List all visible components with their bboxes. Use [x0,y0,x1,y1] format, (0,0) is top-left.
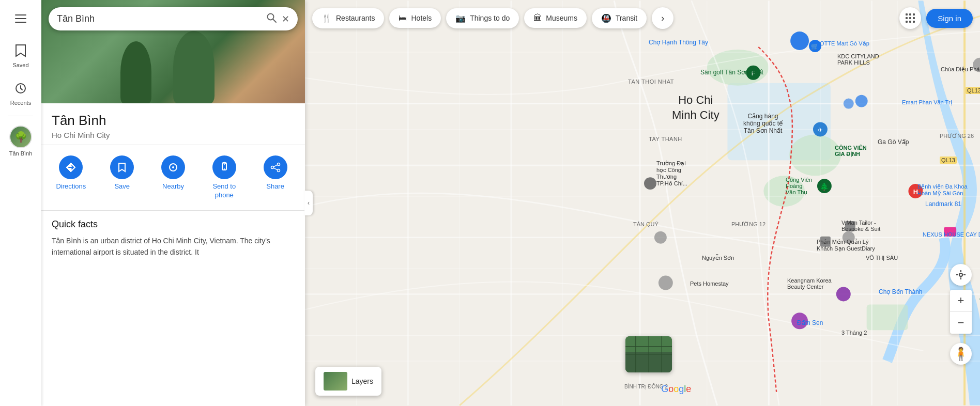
svg-rect-1 [15,18,26,19]
place-actions: Directions Save Nearby [41,145,305,211]
sidebar-divider [8,116,33,116]
save-button[interactable]: Save [98,152,147,194]
layers-button[interactable]: Layers [315,367,381,396]
restaurant-icon: 🍴 [321,13,332,23]
google-apps-button[interactable] [899,7,921,29]
svg-rect-71 [906,21,908,23]
layers-thumbnail [324,372,347,391]
save-label: Save [114,182,130,191]
svg-rect-2 [15,22,26,23]
search-icon[interactable] [266,12,277,25]
transit-pill[interactable]: 🚇 Transit [592,8,647,28]
svg-rect-73 [913,21,915,23]
search-bar: ✕ [49,7,298,30]
svg-line-5 [273,19,276,22]
pegman-icon: 🧍 [953,347,969,361]
svg-rect-72 [909,21,911,23]
transit-label: Transit [616,14,637,22]
place-info: Tân Bình Ho Chi Minh City [41,103,305,145]
zoom-out-button[interactable]: − [950,312,972,334]
svg-line-14 [273,168,277,170]
zoom-controls: + − [950,290,972,334]
quick-facts-section: Quick facts Tân Bình is an urban distric… [41,211,305,406]
svg-rect-67 [913,13,915,15]
recents-label: Recents [10,100,31,106]
nearby-icon [161,155,185,179]
svg-rect-0 [15,14,26,15]
save-icon [110,155,134,179]
topbar: 🍴 Restaurants 🛏 Hotels 📷 Things to do 🏛 … [312,7,973,29]
hotels-pill[interactable]: 🛏 Hotels [389,8,441,28]
sidebar-item-saved[interactable]: Saved [6,37,35,73]
things-to-do-icon: 📷 [455,13,466,23]
museums-icon: 🏛 [533,13,542,23]
quick-facts-text: Tân Bình is an urban district of Ho Chi … [52,235,295,258]
google-logo: Google [661,384,691,395]
apps-grid-icon [905,13,915,23]
museums-label: Museums [546,14,577,22]
map-thumbnail-card[interactable] [625,336,672,372]
pegman-button[interactable]: 🧍 [950,343,972,365]
svg-rect-65 [906,13,908,15]
restaurants-pill[interactable]: 🍴 Restaurants [312,8,384,28]
search-input[interactable] [57,13,261,24]
things-to-do-label: Things to do [470,14,510,22]
sidebar-item-recents[interactable]: Recents [6,75,35,111]
svg-point-74 [959,273,962,276]
svg-point-7 [172,166,174,168]
recents-icon [11,79,30,98]
svg-point-12 [277,169,280,172]
place-title: Tân Bình [52,113,295,129]
zoom-in-icon: + [958,294,964,307]
directions-label: Directions [56,182,86,191]
send-to-phone-button[interactable]: Send to phone [200,152,249,203]
hotel-icon: 🛏 [399,13,407,23]
place-subtitle: Ho Chi Minh City [52,131,295,139]
svg-rect-70 [913,17,915,19]
share-label: Share [266,182,284,191]
sign-in-button[interactable]: Sign in [926,9,973,28]
svg-point-9 [224,168,225,169]
restaurants-label: Restaurants [336,14,375,22]
chevron-right-icon: › [661,13,664,24]
share-button[interactable]: Share [251,152,300,194]
svg-rect-68 [906,17,908,19]
nearby-button[interactable]: Nearby [149,152,198,194]
svg-line-13 [273,165,277,167]
nearby-label: Nearby [162,182,184,191]
svg-point-10 [277,163,280,166]
svg-rect-66 [909,13,911,15]
zoom-out-icon: − [958,316,964,330]
search-panel: ✕ Tân Bình Ho Chi Minh City Directions S… [41,0,305,406]
saved-label: Saved [12,62,28,69]
sidebar-item-tan-binh[interactable]: 🌳 Tân Bình [6,121,35,161]
quick-facts-title: Quick facts [52,219,295,230]
send-to-phone-icon [212,155,236,179]
close-icon[interactable]: ✕ [282,13,289,25]
share-icon [264,155,287,179]
more-pills-button[interactable]: › [652,7,673,29]
place-photo[interactable]: ✕ [41,0,305,103]
things-to-do-pill[interactable]: 📷 Things to do [446,8,519,28]
map-area[interactable]: 🛒 F 🌲 ✈ H [305,0,980,406]
map-controls: + − [950,264,972,334]
transit-icon: 🚇 [601,13,611,23]
tan-binh-thumbnail: 🌳 [9,126,32,148]
locate-button[interactable] [950,264,972,286]
bookmark-icon [11,41,30,60]
collapse-panel-button[interactable]: ‹ [304,191,313,215]
museums-pill[interactable]: 🏛 Museums [524,8,587,28]
sign-in-label: Sign in [938,14,961,23]
locate-icon [956,270,966,280]
directions-icon [59,155,83,179]
zoom-in-button[interactable]: + [950,290,972,311]
sidebar: Saved Recents 🌳 Tân Bình [0,0,41,406]
hotels-label: Hotels [411,14,432,22]
menu-button[interactable] [8,6,33,31]
directions-button[interactable]: Directions [47,152,96,194]
recent-place-label: Tân Bình [9,150,33,157]
send-to-phone-label: Send to phone [212,182,236,200]
svg-point-11 [271,166,273,169]
svg-rect-69 [909,17,911,19]
layers-label: Layers [351,377,373,385]
